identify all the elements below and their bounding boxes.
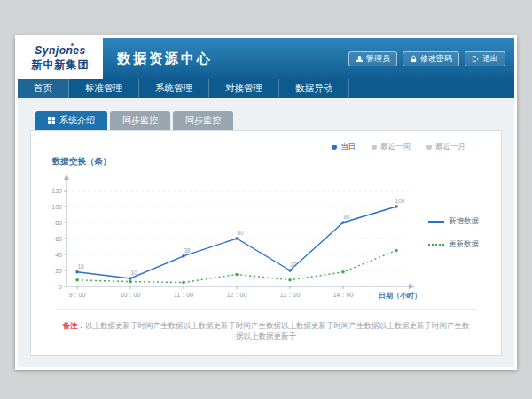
- series-label: 新增数据: [449, 216, 479, 227]
- footnote: 备注：以上数据更新于时间产生数据以上数据更新于时间产生数据以上数据更新于时间产生…: [56, 309, 476, 351]
- svg-text:60: 60: [237, 230, 244, 236]
- svg-text:12：00: 12：00: [227, 292, 247, 298]
- brand-logo-en: Synjones: [35, 44, 85, 57]
- svg-text:10：00: 10：00: [121, 292, 141, 298]
- svg-text:13：00: 13：00: [280, 292, 301, 298]
- series-legend-new-data[interactable]: 新增数据: [428, 216, 479, 227]
- svg-text:20: 20: [55, 268, 62, 274]
- app-header: Synjones 新中新集团 数据资源中心 管理员 修改密码: [18, 38, 514, 79]
- nav-item-home[interactable]: 首页: [18, 79, 69, 98]
- dot-icon: [332, 145, 337, 150]
- nav-item-interface-mgmt[interactable]: 对接管理: [209, 79, 279, 98]
- admin-user-label: 管理员: [366, 53, 390, 65]
- tab-system-intro[interactable]: 系统介绍: [35, 111, 107, 130]
- lock-icon: [410, 55, 418, 63]
- logout-button[interactable]: 退出: [465, 51, 505, 66]
- time-filter-legend: 当日 最近一周 最近一月: [40, 137, 492, 154]
- svg-text:38: 38: [184, 247, 191, 254]
- brand-logo[interactable]: Synjones 新中新集团: [18, 38, 103, 79]
- brand-logo-cn: 新中新集团: [32, 58, 90, 73]
- svg-text:11：00: 11：00: [174, 292, 193, 298]
- svg-text:60: 60: [55, 236, 62, 242]
- footnote-label: 备注：: [63, 321, 86, 330]
- filter-today-label: 当日: [340, 142, 356, 153]
- chart-region: 0204060801001209：0010：0011：0012：0013：001…: [40, 168, 492, 308]
- header-actions: 管理员 修改密码 退出: [348, 51, 514, 66]
- svg-text:80: 80: [55, 220, 62, 226]
- svg-text:100: 100: [395, 198, 405, 204]
- admin-user-button[interactable]: 管理员: [348, 51, 397, 66]
- desktop-background: Synjones 新中新集团 数据资源中心 管理员 修改密码: [0, 0, 532, 399]
- logout-label: 退出: [482, 53, 498, 65]
- dotted-line-icon: [428, 244, 444, 246]
- series-legend: 新增数据 更新数据: [428, 216, 479, 250]
- nav-item-data-change[interactable]: 数据异动: [279, 79, 349, 98]
- svg-text:10: 10: [130, 270, 137, 276]
- solid-line-icon: [428, 221, 444, 223]
- dot-icon: [372, 145, 377, 150]
- chart-card: 当日 最近一周 最近一月 数据交换（条） 0204060801001209：00…: [30, 130, 502, 356]
- svg-text:18: 18: [77, 263, 84, 270]
- svg-text:0: 0: [59, 284, 62, 290]
- change-password-button[interactable]: 修改密码: [403, 51, 459, 66]
- tab-label: 同步监控: [122, 114, 158, 127]
- dot-icon: [426, 145, 432, 150]
- grid-icon: [48, 117, 55, 124]
- filter-last-week[interactable]: 最近一周: [372, 142, 411, 153]
- nav-item-system-mgmt[interactable]: 系统管理: [139, 79, 209, 98]
- tab-bar: 系统介绍 同步监控 同步监控: [30, 111, 502, 130]
- change-password-label: 修改密码: [420, 53, 452, 65]
- user-icon: [356, 55, 364, 63]
- series-legend-updated-data[interactable]: 更新数据: [428, 239, 479, 250]
- app-window: Synjones 新中新集团 数据资源中心 管理员 修改密码: [15, 35, 517, 370]
- tab-label: 同步监控: [185, 114, 221, 127]
- svg-text:9：00: 9：00: [69, 292, 86, 298]
- content-area: 系统介绍 同步监控 同步监控 当日 最近一周: [18, 98, 514, 367]
- svg-text:100: 100: [51, 204, 62, 210]
- filter-today[interactable]: 当日: [332, 142, 356, 153]
- series-label: 更新数据: [449, 239, 479, 250]
- svg-text:80: 80: [343, 214, 350, 220]
- svg-text:14：00: 14：00: [333, 292, 354, 298]
- svg-text:120: 120: [51, 188, 62, 194]
- filter-last-week-label: 最近一周: [380, 142, 411, 153]
- tab-sync-monitor-1[interactable]: 同步监控: [110, 111, 170, 130]
- line-chart: 0204060801001209：0010：0011：0012：0013：001…: [40, 168, 423, 308]
- filter-last-month-label: 最近一月: [435, 142, 466, 153]
- svg-text:20: 20: [290, 262, 297, 268]
- tab-label: 系统介绍: [59, 114, 95, 127]
- chart-y-axis-title: 数据交换（条）: [52, 156, 492, 168]
- tab-sync-monitor-2[interactable]: 同步监控: [173, 111, 233, 130]
- logout-icon: [472, 55, 480, 63]
- page-title: 数据资源中心: [117, 51, 213, 67]
- footnote-text: 以上数据更新于时间产生数据以上数据更新于时间产生数据以上数据更新于时间产生数据以…: [85, 321, 470, 340]
- main-nav: 首页 标准管理 系统管理 对接管理 数据异动: [18, 79, 514, 98]
- svg-text:日期（小时）: 日期（小时）: [379, 292, 421, 300]
- svg-text:40: 40: [55, 252, 62, 258]
- nav-item-standard-mgmt[interactable]: 标准管理: [69, 79, 139, 98]
- filter-last-month[interactable]: 最近一月: [426, 142, 466, 153]
